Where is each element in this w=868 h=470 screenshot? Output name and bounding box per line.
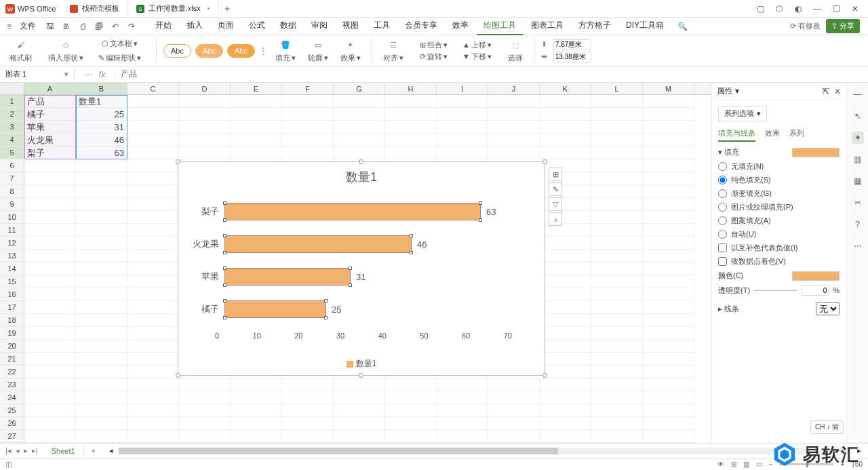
cell[interactable]: [385, 417, 437, 430]
undo-icon[interactable]: ↶: [111, 22, 120, 31]
cell[interactable]: [179, 404, 231, 417]
cell[interactable]: [76, 288, 127, 301]
row-header[interactable]: 19: [0, 327, 24, 340]
share-button[interactable]: ⇪ 分享: [826, 19, 860, 33]
cell[interactable]: [385, 391, 437, 404]
style-preset-3[interactable]: Abc: [227, 44, 255, 58]
cell[interactable]: [643, 378, 694, 391]
row-header[interactable]: 24: [0, 391, 24, 404]
cell[interactable]: 63: [76, 146, 127, 159]
cell[interactable]: [540, 185, 591, 198]
cell[interactable]: [488, 121, 540, 134]
col-header-F[interactable]: F: [282, 83, 334, 94]
prop-tab[interactable]: 系列: [789, 128, 804, 142]
cell[interactable]: [24, 353, 76, 366]
cell[interactable]: [540, 404, 591, 417]
cell[interactable]: [76, 327, 127, 340]
cell[interactable]: [231, 417, 282, 430]
cell[interactable]: [488, 430, 540, 443]
cell[interactable]: [127, 95, 179, 108]
cell[interactable]: [437, 430, 488, 443]
cell[interactable]: [127, 211, 179, 224]
cell[interactable]: [24, 198, 76, 211]
shape-style-gallery[interactable]: Abc Abc Abc ⋮: [163, 44, 267, 58]
cell[interactable]: [127, 340, 179, 353]
cell[interactable]: [591, 353, 643, 366]
window-user-icon[interactable]: ◐: [793, 4, 803, 14]
chart-bar[interactable]: 橘子25: [224, 299, 341, 319]
group-dropdown[interactable]: ⊞ 组合 ▾⟳ 旋转 ▾: [416, 40, 452, 62]
cell[interactable]: [127, 275, 179, 288]
cell[interactable]: [591, 301, 643, 314]
cell[interactable]: [127, 327, 179, 340]
cell[interactable]: [127, 134, 179, 146]
chart-elements-icon[interactable]: ⊞: [549, 168, 562, 181]
cell[interactable]: [24, 172, 76, 185]
cell[interactable]: [437, 404, 488, 417]
chart-title[interactable]: 数量1: [178, 162, 545, 185]
cell[interactable]: 31: [76, 121, 127, 134]
zoom-in-icon[interactable]: +: [840, 461, 844, 468]
rail-table-icon[interactable]: ▦: [852, 175, 864, 187]
hamburger-icon[interactable]: ≡: [3, 22, 16, 31]
cell[interactable]: [282, 430, 334, 443]
window-minimize-icon[interactable]: —: [812, 4, 822, 14]
col-header-H[interactable]: H: [385, 83, 437, 94]
tab-template[interactable]: 找稻壳模板: [62, 0, 128, 17]
cell[interactable]: [643, 159, 694, 172]
cell[interactable]: [76, 378, 127, 391]
cell[interactable]: [24, 275, 76, 288]
cell[interactable]: [591, 211, 643, 224]
save-icon[interactable]: 🖫: [45, 22, 55, 31]
cell[interactable]: [282, 378, 334, 391]
chart-bar[interactable]: 苹果31: [224, 267, 366, 287]
cell[interactable]: [643, 211, 694, 224]
embedded-chart[interactable]: 数量1 梨子63火龙果46苹果31橘子25 010203040506070 数量…: [178, 161, 545, 376]
cell[interactable]: [24, 366, 76, 378]
cell[interactable]: [540, 198, 591, 211]
insert-shape[interactable]: ◇ 插入形状 ▾: [44, 38, 87, 63]
row-header[interactable]: 3: [0, 121, 24, 134]
cell[interactable]: [127, 366, 179, 378]
cell[interactable]: 橘子: [24, 108, 76, 121]
tab-workbook[interactable]: S 工作簿数量.xlsx •: [128, 0, 219, 17]
cell[interactable]: [24, 250, 76, 262]
width-input[interactable]: [553, 52, 591, 62]
fill-mode-picture[interactable]: 图片或纹理填充(P): [718, 202, 840, 212]
cell[interactable]: [591, 108, 643, 121]
cell[interactable]: [127, 288, 179, 301]
cell[interactable]: [231, 146, 282, 159]
menu-图表工具[interactable]: 图表工具: [524, 17, 570, 35]
search-icon[interactable]: 🔍: [671, 22, 694, 31]
cell[interactable]: [334, 121, 385, 134]
menu-页面[interactable]: 页面: [211, 17, 241, 35]
zoom-slider[interactable]: [779, 463, 833, 465]
cell[interactable]: [24, 417, 76, 430]
col-header-D[interactable]: D: [179, 83, 231, 94]
cell[interactable]: [488, 95, 540, 108]
gallery-more-icon[interactable]: ⋮: [259, 46, 267, 56]
cell[interactable]: [540, 391, 591, 404]
cell[interactable]: [540, 353, 591, 366]
row-header[interactable]: 27: [0, 430, 24, 443]
row-header[interactable]: 12: [0, 237, 24, 250]
cell[interactable]: [76, 417, 127, 430]
cell[interactable]: [76, 391, 127, 404]
window-restore-icon[interactable]: ▢: [755, 4, 765, 14]
horizontal-scrollbar[interactable]: ◂▸: [102, 446, 868, 455]
cell[interactable]: [231, 404, 282, 417]
row-header[interactable]: 20: [0, 340, 24, 353]
col-header-K[interactable]: K: [540, 83, 591, 94]
prop-tab[interactable]: 填充与线条: [718, 128, 755, 142]
rail-select-icon[interactable]: ↖: [852, 110, 864, 122]
cell[interactable]: [540, 314, 591, 327]
cell[interactable]: [334, 146, 385, 159]
cell[interactable]: [591, 237, 643, 250]
cell[interactable]: [540, 417, 591, 430]
chart-style-icon[interactable]: ✎: [549, 182, 562, 196]
cell[interactable]: [643, 353, 694, 366]
cell[interactable]: [591, 288, 643, 301]
cell[interactable]: [643, 134, 694, 146]
row-header[interactable]: 13: [0, 250, 24, 262]
cell[interactable]: [591, 159, 643, 172]
